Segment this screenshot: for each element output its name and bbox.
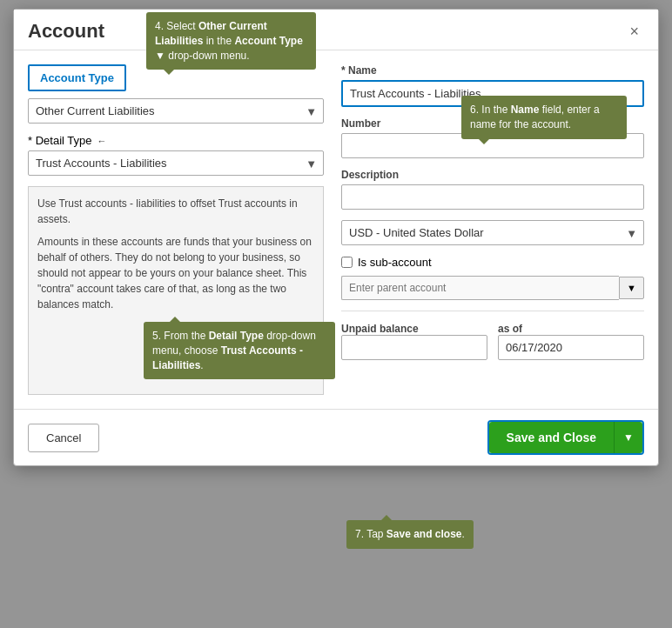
detail-type-label-text: * Detail Type [28, 134, 91, 147]
cancel-button[interactable]: Cancel [28, 424, 99, 452]
unpaid-balance-input[interactable] [341, 335, 487, 360]
parent-account-dropdown-button[interactable]: ▼ [619, 277, 644, 299]
parent-account-row: ▼ [341, 276, 644, 300]
modal-title: Account [28, 20, 104, 43]
close-button[interactable]: × [624, 21, 644, 43]
description-group: Description [341, 169, 644, 210]
tooltip-3-text: 6. In the Name field, enter a name for t… [470, 104, 600, 130]
unpaid-balance-label: Unpaid balance [341, 323, 419, 335]
detail-type-select-wrapper: Trust Accounts - Liabilities ▼ [28, 150, 324, 176]
sub-account-checkbox[interactable] [341, 257, 353, 268]
detail-type-select[interactable]: Trust Accounts - Liabilities [28, 150, 324, 176]
tooltip-2-text: 5. From the Detail Type drop-down menu, … [152, 330, 316, 371]
currency-select[interactable]: USD - United States Dollar [341, 220, 644, 245]
section-divider [341, 311, 644, 311]
unpaid-balance-field: Unpaid balance [341, 322, 487, 360]
detail-type-label-row: * Detail Type ← [28, 134, 324, 147]
info-text-1: Use Trust accounts - liabilities to offs… [37, 196, 314, 227]
account-type-button[interactable]: Account Type [28, 64, 126, 91]
as-of-field: as of [498, 322, 644, 360]
unpaid-balance-group: Unpaid balance as of [341, 322, 644, 360]
account-type-select-wrapper: Other Current Liabilities ▼ [28, 98, 324, 124]
tooltip-3: 6. In the Name field, enter a name for t… [461, 96, 627, 139]
as-of-date-input[interactable] [498, 335, 644, 360]
info-text-2: Amounts in these accounts are funds that… [37, 234, 314, 312]
tooltip-2: 5. From the Detail Type drop-down menu, … [144, 322, 335, 379]
detail-type-group: * Detail Type ← Trust Accounts - Liabili… [28, 134, 324, 176]
unpaid-balance-row: Unpaid balance as of [341, 322, 644, 360]
tooltip-1: 4. Select Other Current Liabilities in t… [146, 12, 316, 70]
sub-account-label: Is sub-account [358, 256, 432, 269]
description-label: Description [341, 169, 644, 181]
parent-account-input[interactable] [341, 276, 619, 300]
description-input[interactable] [341, 184, 644, 210]
account-type-select[interactable]: Other Current Liabilities [28, 98, 324, 124]
account-modal: Account × Account Type Other Current Lia… [13, 9, 659, 466]
sub-account-group: Is sub-account ▼ [341, 256, 644, 300]
tooltip-4: 7. Tap Save and close. [346, 520, 474, 549]
detail-type-arrow-icon: ← [97, 136, 106, 146]
save-close-button[interactable]: Save and Close [489, 422, 615, 453]
save-close-dropdown-button[interactable]: ▼ [614, 422, 642, 453]
save-close-group: Save and Close ▼ [487, 420, 644, 455]
as-of-label: as of [498, 323, 522, 335]
sub-account-row: Is sub-account [341, 256, 644, 269]
tooltip-1-text: 4. Select Other Current Liabilities in t… [155, 20, 303, 62]
name-label: * Name [341, 64, 644, 77]
currency-group: USD - United States Dollar ▼ [341, 220, 644, 245]
modal-header: Account × [14, 10, 658, 50]
tooltip-4-text: 7. Tap Save and close. [355, 528, 465, 540]
modal-footer: Cancel Save and Close ▼ [14, 409, 658, 465]
currency-select-wrapper: USD - United States Dollar ▼ [341, 220, 644, 245]
account-type-group: Account Type Other Current Liabilities ▼ [28, 64, 324, 124]
